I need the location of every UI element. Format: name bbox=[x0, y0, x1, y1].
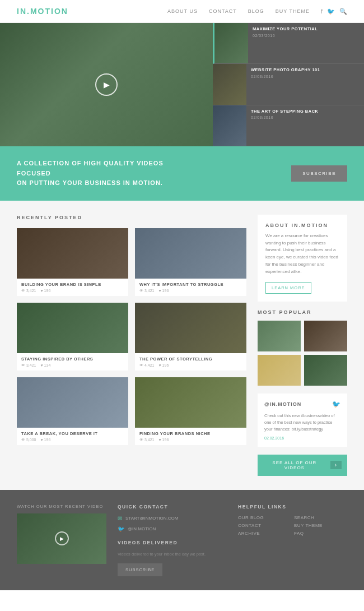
sidebar-thumb-2 bbox=[213, 64, 246, 104]
footer-twitter-icon: 🐦 bbox=[118, 526, 124, 532]
post-views-5: 👁 5,000 bbox=[21, 438, 36, 442]
posts-grid: BUILDING YOUR BRAND IS SIMPLE 👁 3,421 ♥ … bbox=[17, 228, 246, 445]
post-meta-4: 👁 4,421 ♥ 196 bbox=[139, 363, 242, 367]
post-title-5: TAKE A BREAK, YOU DESERVE IT bbox=[21, 431, 124, 436]
sidebar: ABOUT IN.MOTION We are a resource for cr… bbox=[258, 215, 347, 476]
post-card-3[interactable]: STAYING INSPIRED BY OTHERS 👁 3,421 ♥ 134 bbox=[17, 303, 128, 371]
popular-grid bbox=[258, 321, 347, 386]
popular-thumb-2[interactable] bbox=[304, 321, 347, 351]
about-title: ABOUT IN.MOTION bbox=[265, 223, 339, 228]
footer-links-grid: OUR BLOG SEARCH CONTACT BUY THEME ARCHIV… bbox=[238, 515, 347, 536]
nav-contact[interactable]: CONTACT bbox=[209, 8, 237, 14]
post-card-4[interactable]: THE POWER OF STORYTELLING 👁 4,421 ♥ 196 bbox=[135, 303, 246, 371]
footer-video-label: WATCH OUR MOST RECENT VIDEO bbox=[17, 504, 106, 509]
footer-video-section: WATCH OUR MOST RECENT VIDEO ▶ bbox=[17, 504, 106, 576]
hero-sidebar: MAXIMIZE YOUR POTENTIAL 02/03/2016 WEBSI… bbox=[213, 23, 364, 146]
recently-posted-title: RECENTLY POSTED bbox=[17, 215, 246, 220]
twitter-header: @IN.MOTION 🐦 bbox=[264, 400, 340, 408]
post-title-2: WHY IT'S IMPORTANT TO STRUGGLE bbox=[139, 282, 242, 287]
twitter-box: @IN.MOTION 🐦 Check out this new #busines… bbox=[258, 394, 347, 447]
post-title-3: STAYING INSPIRED BY OTHERS bbox=[21, 357, 124, 362]
footer-video-thumb[interactable]: ▶ bbox=[17, 513, 106, 564]
footer-subscribe-desc: Videos delivered to your inbox the day w… bbox=[118, 551, 227, 558]
post-info-5: TAKE A BREAK, YOU DESERVE IT 👁 5,000 ♥ 1… bbox=[17, 428, 128, 445]
post-info-2: WHY IT'S IMPORTANT TO STRUGGLE 👁 3,421 ♥… bbox=[135, 279, 246, 296]
footer-link-search[interactable]: SEARCH bbox=[294, 515, 347, 520]
post-views-3: 👁 3,421 bbox=[21, 363, 36, 367]
post-title-6: FINDING YOUR BRANDS NICHE bbox=[139, 431, 242, 436]
post-thumb-4 bbox=[135, 303, 246, 353]
nav-blog[interactable]: BLOG bbox=[248, 8, 264, 14]
nav-buy-theme[interactable]: BUY THEME bbox=[276, 8, 310, 14]
popular-thumb-3[interactable] bbox=[258, 355, 301, 386]
sidebar-item-1[interactable]: MAXIMIZE YOUR POTENTIAL 02/03/2016 bbox=[213, 23, 364, 64]
logo: IN.MOTION bbox=[17, 7, 68, 16]
post-card-1[interactable]: BUILDING YOUR BRAND IS SIMPLE 👁 3,421 ♥ … bbox=[17, 228, 128, 296]
play-button[interactable]: ▶ bbox=[95, 73, 118, 96]
sidebar-thumb-1 bbox=[214, 23, 248, 63]
post-views-6: 👁 3,421 bbox=[139, 438, 154, 442]
hero-bg: ▶ bbox=[0, 23, 213, 146]
hero-video[interactable]: ▶ bbox=[0, 23, 213, 146]
footer-links: HELPFUL LINKS OUR BLOG SEARCH CONTACT BU… bbox=[238, 504, 347, 576]
twitter-icon[interactable]: 🐦 bbox=[327, 8, 335, 15]
subscribe-button[interactable]: SUBSCRIBE bbox=[291, 165, 347, 182]
main-content: RECENTLY POSTED BUILDING YOUR BRAND IS S… bbox=[0, 201, 364, 490]
post-meta-1: 👁 3,421 ♥ 196 bbox=[21, 289, 124, 293]
post-card-5[interactable]: TAKE A BREAK, YOU DESERVE IT 👁 5,000 ♥ 1… bbox=[17, 377, 128, 445]
popular-section: MOST POPULAR bbox=[258, 309, 347, 386]
sidebar-item-3[interactable]: THE ART OF STEPPING BACK 02/03/2016 bbox=[213, 105, 364, 146]
footer-play-button[interactable]: ▶ bbox=[55, 531, 69, 545]
sidebar-info-3: THE ART OF STEPPING BACK 02/03/2016 bbox=[246, 105, 364, 146]
sidebar-info-1: MAXIMIZE YOUR POTENTIAL 02/03/2016 bbox=[248, 23, 364, 63]
see-all-button[interactable]: SEE ALL OF OUR VIDEOS › bbox=[258, 455, 347, 476]
twitter-bird-icon: 🐦 bbox=[332, 400, 340, 408]
post-card-6[interactable]: FINDING YOUR BRANDS NICHE 👁 3,421 ♥ 196 bbox=[135, 377, 246, 445]
footer-email-item: ✉ START@INMOTION.COM bbox=[118, 515, 227, 521]
cta-banner: A COLLECTION OF HIGH QUALITY VIDEOS FOCU… bbox=[0, 146, 364, 201]
footer: WATCH OUR MOST RECENT VIDEO ▶ QUICK CONT… bbox=[0, 490, 364, 590]
twitter-handle: @IN.MOTION bbox=[264, 401, 301, 407]
footer-email[interactable]: START@INMOTION.COM bbox=[125, 516, 179, 521]
footer-link-buy[interactable]: BUY THEME bbox=[294, 523, 347, 528]
post-thumb-3 bbox=[17, 303, 128, 353]
footer-link-archive[interactable]: ARCHIVE bbox=[238, 531, 291, 536]
footer-twitter[interactable]: @IN.MOTION bbox=[128, 526, 156, 531]
learn-more-button[interactable]: LEARN MORE bbox=[265, 282, 311, 294]
post-title-1: BUILDING YOUR BRAND IS SIMPLE bbox=[21, 282, 124, 287]
sidebar-thumb-3 bbox=[213, 105, 246, 146]
post-likes-5: ♥ 196 bbox=[40, 438, 50, 442]
post-views-2: 👁 3,421 bbox=[139, 289, 154, 293]
post-card-2[interactable]: WHY IT'S IMPORTANT TO STRUGGLE 👁 3,421 ♥… bbox=[135, 228, 246, 296]
post-info-1: BUILDING YOUR BRAND IS SIMPLE 👁 3,421 ♥ … bbox=[17, 279, 128, 296]
sidebar-item-2[interactable]: WEBSITE PHOTO GRAPHY 101 02/03/2016 bbox=[213, 64, 364, 105]
post-meta-2: 👁 3,421 ♥ 196 bbox=[139, 289, 242, 293]
footer-twitter-item: 🐦 @IN.MOTION bbox=[118, 526, 227, 532]
twitter-date: 02.02.2016 bbox=[264, 436, 340, 440]
popular-thumb-1[interactable] bbox=[258, 321, 301, 351]
see-all-arrow-icon: › bbox=[330, 461, 342, 469]
post-views-1: 👁 3,421 bbox=[21, 289, 36, 293]
footer-contact-title: QUICK CONTACT bbox=[118, 504, 227, 510]
post-likes-3: ♥ 134 bbox=[40, 363, 50, 367]
post-views-4: 👁 4,421 bbox=[139, 363, 154, 367]
post-meta-5: 👁 5,000 ♥ 196 bbox=[21, 438, 124, 442]
footer-subscribe-button[interactable]: SUBSCRIBE bbox=[118, 563, 162, 576]
facebook-icon[interactable]: f bbox=[321, 8, 323, 15]
cta-text: A COLLECTION OF HIGH QUALITY VIDEOS FOCU… bbox=[17, 159, 196, 188]
footer-link-contact[interactable]: CONTACT bbox=[238, 523, 291, 528]
search-icon[interactable]: 🔍 bbox=[339, 8, 347, 15]
popular-thumb-4[interactable] bbox=[304, 355, 347, 386]
post-meta-3: 👁 3,421 ♥ 134 bbox=[21, 363, 124, 367]
email-icon: ✉ bbox=[118, 515, 122, 521]
sidebar-info-2: WEBSITE PHOTO GRAPHY 101 02/03/2016 bbox=[246, 64, 364, 104]
nav-about[interactable]: ABOUT US bbox=[167, 8, 198, 14]
post-info-6: FINDING YOUR BRANDS NICHE 👁 3,421 ♥ 196 bbox=[135, 428, 246, 445]
post-meta-6: 👁 3,421 ♥ 196 bbox=[139, 438, 242, 442]
footer-link-faq[interactable]: FAQ bbox=[294, 531, 347, 536]
post-likes-4: ♥ 196 bbox=[158, 363, 169, 367]
footer-contact: QUICK CONTACT ✉ START@INMOTION.COM 🐦 @IN… bbox=[118, 504, 227, 576]
footer-link-blog[interactable]: OUR BLOG bbox=[238, 515, 291, 520]
post-likes-1: ♥ 196 bbox=[40, 289, 50, 293]
posts-section: RECENTLY POSTED BUILDING YOUR BRAND IS S… bbox=[17, 215, 246, 476]
